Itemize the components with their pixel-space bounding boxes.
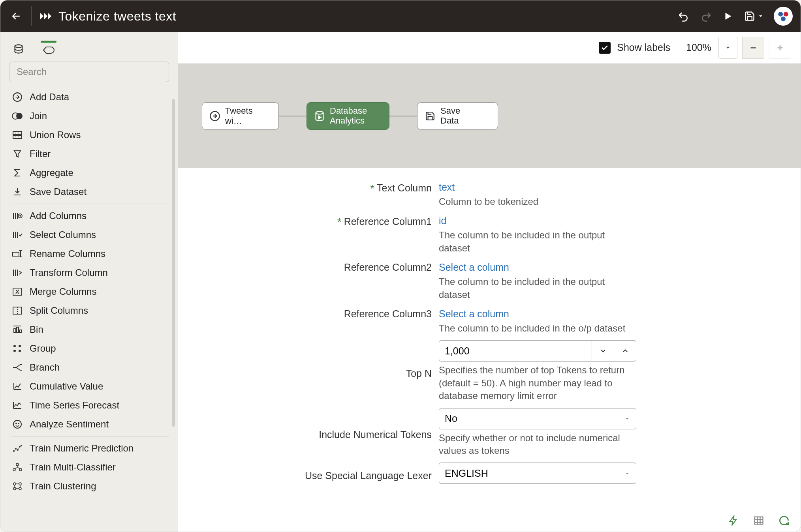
sidebar-item-train-clustering[interactable]: Train Clustering [7, 477, 174, 496]
table-icon[interactable] [753, 515, 764, 526]
zoom-dropdown[interactable] [718, 37, 737, 59]
field-hint: Column to be tokenized [439, 195, 628, 208]
svg-point-16 [13, 345, 16, 347]
transform-icon [11, 267, 23, 279]
add-icon [11, 91, 23, 103]
zoom-out-button[interactable] [742, 37, 764, 59]
show-labels-label: Show labels [617, 42, 670, 53]
node-tweets-source[interactable]: Tweets wi… [202, 102, 279, 130]
save-menu-button[interactable] [739, 5, 769, 27]
redo-button[interactable] [695, 5, 717, 27]
sidebar-item-label: Time Series Forecast [30, 400, 119, 411]
text-column-selector[interactable]: text [439, 180, 636, 193]
sidebar-item-train-multi-classifier[interactable]: Train Multi-Classifier [7, 458, 174, 477]
sidebar-item-join[interactable]: Join [7, 107, 174, 126]
search-input[interactable] [9, 62, 169, 82]
sidebar-item-bin[interactable]: Bin [7, 320, 174, 339]
edge [389, 116, 417, 116]
language-lexer-select[interactable]: ENGLISH [439, 463, 636, 484]
field-label: Reference Column2 [344, 262, 432, 273]
back-button[interactable] [8, 8, 24, 24]
sidebar-item-label: Train Clustering [30, 481, 96, 492]
sidebar-item-union-rows[interactable]: Union Rows [7, 126, 174, 144]
svg-rect-8 [13, 135, 22, 139]
flow-canvas[interactable]: Tweets wi… Database Analytics Save [178, 64, 801, 168]
top-n-decrement[interactable] [592, 340, 614, 362]
sidebar-item-branch[interactable]: Branch [7, 358, 174, 377]
refresh-icon[interactable] [778, 515, 790, 526]
sidebar-item-analyze-sentiment[interactable]: Analyze Sentiment [7, 415, 174, 434]
sidebar-item-add-data[interactable]: Add Data [7, 88, 174, 107]
svg-rect-13 [14, 329, 16, 333]
content-area: Show labels 100% Tweets wi… [178, 32, 801, 532]
edge [279, 116, 306, 116]
sidebar-item-time-series-forecast[interactable]: Time Series Forecast [7, 396, 174, 415]
rename-icon [11, 248, 23, 260]
svg-rect-37 [755, 517, 763, 524]
sidebar-item-group[interactable]: Group [7, 339, 174, 358]
sidebar-item-merge-columns[interactable]: Merge Columns [7, 282, 174, 301]
field-hint: The column to be included in the o/p dat… [439, 322, 628, 335]
svg-point-34 [19, 487, 21, 490]
svg-point-21 [16, 423, 17, 424]
show-labels-checkbox[interactable] [599, 42, 611, 54]
top-n-input[interactable] [439, 340, 592, 362]
sidebar-item-filter[interactable]: Filter [7, 144, 174, 163]
node-database-analytics[interactable]: Database Analytics [306, 102, 389, 130]
svg-point-1 [784, 12, 788, 17]
train2-icon [11, 461, 23, 473]
sidebar-item-label: Add Data [30, 92, 69, 103]
sidebar-item-label: Cumulative Value [30, 381, 103, 392]
canvas-toolbar: Show labels 100% [178, 32, 801, 64]
node-save-data[interactable]: Save Data [417, 102, 498, 130]
zoom-in-button[interactable] [769, 37, 791, 59]
top-n-increment[interactable] [614, 340, 636, 362]
sidebar-item-label: Transform Column [30, 267, 108, 279]
sidebar-tab-nodes[interactable] [41, 41, 56, 54]
filter-icon [11, 148, 23, 160]
merge-icon [11, 286, 23, 298]
ts-icon [11, 399, 23, 411]
sidebar-item-label: Merge Columns [30, 286, 96, 298]
sidebar-scrollbar[interactable] [172, 99, 175, 427]
field-label: Reference Column3 [344, 308, 432, 319]
field-hint: The column to be included in the output … [439, 275, 628, 301]
addcols-icon [11, 210, 23, 222]
sidebar-item-aggregate[interactable]: Aggregate [7, 163, 174, 182]
app-logo-icon [39, 12, 53, 20]
sidebar-item-select-columns[interactable]: Select Columns [7, 225, 174, 244]
svg-point-0 [778, 12, 783, 17]
sidebar-item-rename-columns[interactable]: Rename Columns [7, 244, 174, 263]
sidebar-item-label: Group [30, 343, 56, 354]
sidebar-item-save-dataset[interactable]: Save Dataset [7, 182, 174, 201]
ref-column3-selector[interactable]: Select a column [439, 307, 636, 320]
caret-down-icon [624, 468, 630, 479]
disk-icon [425, 111, 436, 122]
sidebar-item-label: Save Dataset [30, 186, 86, 198]
sidebar-item-split-columns[interactable]: Split Columns [7, 301, 174, 320]
sidebar-item-transform-column[interactable]: Transform Column [7, 263, 174, 282]
join-icon [11, 110, 23, 122]
svg-point-3 [15, 45, 23, 48]
sidebar-item-label: Train Numeric Prediction [30, 443, 134, 454]
sidebar-node-list: Add DataJoinUnion RowsFilterAggregateSav… [0, 88, 178, 532]
svg-point-22 [18, 423, 19, 424]
undo-button[interactable] [673, 5, 695, 27]
sidebar-item-label: Bin [30, 324, 43, 335]
sidebar-tab-data[interactable] [11, 38, 26, 54]
sidebar-item-train-numeric-prediction[interactable]: Train Numeric Prediction [7, 439, 174, 458]
ref-column1-selector[interactable]: id [439, 214, 636, 227]
sidebar-item-label: Union Rows [30, 129, 81, 141]
ref-column2-selector[interactable]: Select a column [439, 260, 636, 273]
sidebar-item-cumulative-value[interactable]: Cumulative Value [7, 377, 174, 396]
bolt-icon[interactable] [728, 515, 739, 526]
user-avatar[interactable] [774, 7, 793, 26]
include-numerical-select[interactable]: No [439, 408, 636, 429]
run-button[interactable] [717, 5, 739, 27]
node-label-2: Data [440, 116, 460, 126]
svg-point-19 [19, 350, 21, 352]
sidebar-item-add-columns[interactable]: Add Columns [7, 206, 174, 225]
svg-rect-7 [13, 131, 22, 135]
svg-point-17 [13, 350, 16, 352]
sidebar-item-label: Select Columns [30, 229, 96, 241]
